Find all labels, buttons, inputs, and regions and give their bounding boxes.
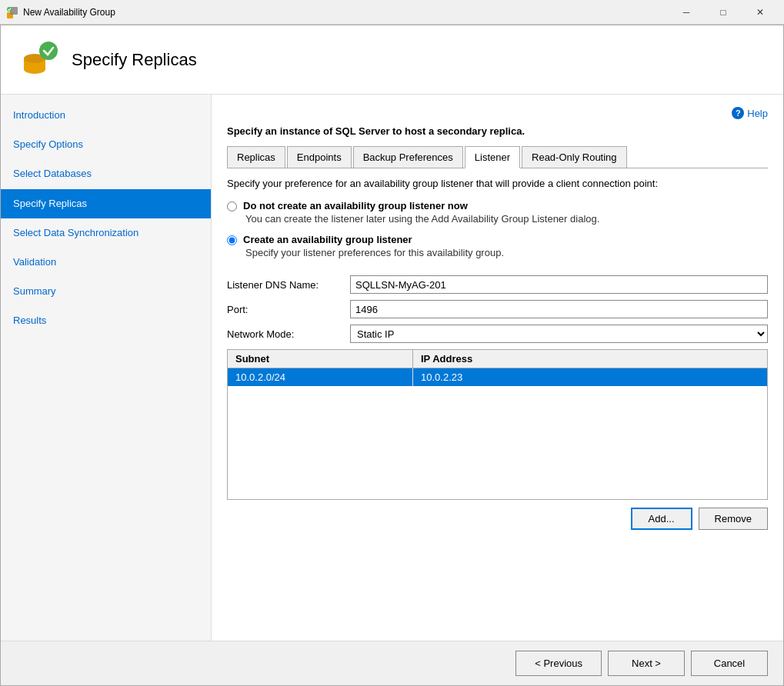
ip-table-body: 10.0.2.0/24 10.0.2.23 <box>228 368 767 499</box>
sidebar-item-specify-replicas[interactable]: Specify Replicas <box>1 189 211 218</box>
sidebar-item-results[interactable]: Results <box>1 306 211 335</box>
tab-backup-preferences[interactable]: Backup Preferences <box>353 146 463 168</box>
subnet-column-header: Subnet <box>228 350 413 368</box>
create-listener-label[interactable]: Create an availability group listener <box>227 234 768 245</box>
no-listener-radio[interactable] <box>227 201 237 211</box>
header-icon <box>19 40 59 80</box>
create-listener-radio[interactable] <box>227 235 237 245</box>
dns-name-input[interactable] <box>350 275 768 294</box>
title-bar-text: New Availability Group <box>23 7 669 18</box>
tab-listener[interactable]: Listener <box>465 146 520 168</box>
dns-name-row: Listener DNS Name: <box>227 275 768 294</box>
remove-button[interactable]: Remove <box>699 508 768 530</box>
add-button[interactable]: Add... <box>631 508 692 530</box>
ip-address-cell: 10.0.2.23 <box>413 368 767 386</box>
footer: < Previous Next > Cancel <box>1 641 783 685</box>
maximize-button[interactable]: □ <box>706 0 741 25</box>
no-listener-sub: You can create the listener later using … <box>245 213 768 225</box>
sidebar-item-specify-options[interactable]: Specify Options <box>1 130 211 159</box>
table-row[interactable]: 10.0.2.0/24 10.0.2.23 <box>228 368 767 386</box>
help-icon: ? <box>732 107 744 119</box>
help-link-container: ? Help <box>227 107 768 119</box>
subnet-cell: 10.0.2.0/24 <box>228 368 413 386</box>
create-listener-sub: Specify your listener preferences for th… <box>245 247 768 258</box>
title-bar-controls: ─ □ ✕ <box>669 0 778 25</box>
cancel-button[interactable]: Cancel <box>691 651 768 676</box>
port-input[interactable] <box>350 300 768 318</box>
next-button[interactable]: Next > <box>608 651 685 676</box>
port-label: Port: <box>227 304 350 315</box>
ip-table-container: Subnet IP Address 10.0.2.0/24 10.0.2.23 <box>227 349 768 500</box>
form-section: Listener DNS Name: Port: Network Mode: S… <box>227 275 768 349</box>
no-listener-label[interactable]: Do not create an availability group list… <box>227 200 768 211</box>
sidebar: Introduction Specify Options Select Data… <box>1 95 212 641</box>
port-row: Port: <box>227 300 768 318</box>
previous-button[interactable]: < Previous <box>515 651 602 676</box>
help-link[interactable]: ? Help <box>732 107 768 119</box>
sidebar-item-introduction[interactable]: Introduction <box>1 101 211 130</box>
content-area: ? Help Specify an instance of SQL Server… <box>212 95 783 641</box>
sidebar-item-select-data-sync[interactable]: Select Data Synchronization <box>1 218 211 248</box>
tab-endpoints[interactable]: Endpoints <box>287 146 352 168</box>
body: Introduction Specify Options Select Data… <box>1 95 783 641</box>
tabs-container: Replicas Endpoints Backup Preferences Li… <box>227 146 768 168</box>
sidebar-item-select-databases[interactable]: Select Databases <box>1 159 211 188</box>
create-listener-option: Create an availability group listener Sp… <box>227 234 768 258</box>
instruction-text: Specify an instance of SQL Server to hos… <box>227 125 768 137</box>
create-listener-title: Create an availability group listener <box>243 234 412 245</box>
page-title: Specify Replicas <box>72 50 197 70</box>
title-bar: New Availability Group ─ □ ✕ <box>0 0 784 25</box>
tab-readonly-routing[interactable]: Read-Only Routing <box>522 146 627 168</box>
network-mode-select[interactable]: Static IP DHCP <box>350 325 768 343</box>
ip-address-column-header: IP Address <box>413 350 767 368</box>
help-text: Help <box>747 108 768 119</box>
network-mode-row: Network Mode: Static IP DHCP <box>227 325 768 343</box>
listener-description: Specify your preference for an availabil… <box>227 178 768 189</box>
dns-name-label: Listener DNS Name: <box>227 279 350 291</box>
sidebar-item-validation[interactable]: Validation <box>1 248 211 277</box>
ip-table-header: Subnet IP Address <box>228 350 767 368</box>
sidebar-item-summary[interactable]: Summary <box>1 277 211 306</box>
svg-point-6 <box>39 42 58 60</box>
header: Specify Replicas <box>1 25 783 95</box>
no-listener-title: Do not create an availability group list… <box>243 200 468 211</box>
main-window: Specify Replicas Introduction Specify Op… <box>0 25 784 686</box>
tab-replicas[interactable]: Replicas <box>227 146 285 168</box>
table-buttons: Add... Remove <box>227 508 768 530</box>
close-button[interactable]: ✕ <box>742 0 778 25</box>
no-listener-option: Do not create an availability group list… <box>227 200 768 225</box>
minimize-button[interactable]: ─ <box>669 0 704 25</box>
network-mode-label: Network Mode: <box>227 328 350 340</box>
app-icon <box>6 6 18 18</box>
